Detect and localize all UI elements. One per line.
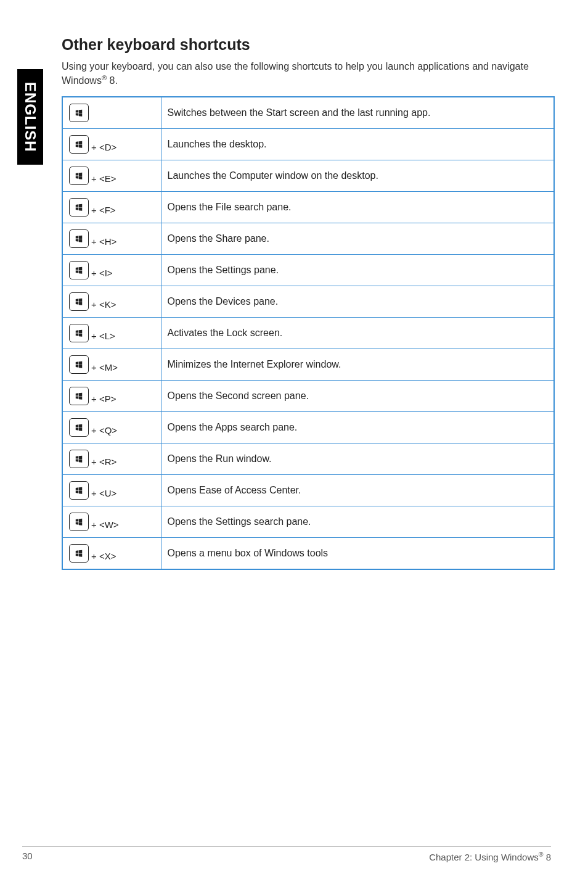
windows-icon <box>75 329 83 337</box>
table-row: Switches between the Start screen and th… <box>62 97 554 129</box>
key-combo-text: + <H> <box>91 236 116 248</box>
windows-key <box>69 544 89 563</box>
windows-icon <box>75 423 83 432</box>
shortcut-description: Opens the File search pane. <box>161 191 554 223</box>
shortcut-description: Opens the Apps search pane. <box>161 411 554 443</box>
key-combo-text: + <L> <box>91 331 115 342</box>
windows-icon <box>75 360 83 369</box>
windows-icon <box>75 518 83 526</box>
shortcut-description: Launches the desktop. <box>161 128 554 160</box>
table-row: + <U>Opens Ease of Access Center. <box>62 474 554 506</box>
windows-icon <box>75 234 83 243</box>
key-combo-text: + <D> <box>91 142 116 154</box>
windows-key <box>69 104 89 122</box>
windows-icon <box>75 266 83 274</box>
windows-key <box>69 513 89 531</box>
windows-icon <box>75 392 83 400</box>
key-combo-text: + <X> <box>91 551 116 563</box>
table-row: + <K>Opens the Devices pane. <box>62 286 554 317</box>
intro-text: Using your keyboard, you can also use th… <box>62 60 555 88</box>
key-combo-text: + <U> <box>91 488 116 500</box>
shortcut-key-cell: + <U> <box>62 474 161 506</box>
shortcut-description: Opens Ease of Access Center. <box>161 474 554 506</box>
windows-icon <box>75 455 83 463</box>
language-tab: ENGLISH <box>17 69 43 165</box>
windows-icon <box>75 140 83 149</box>
table-row: + <D>Launches the desktop. <box>62 128 554 160</box>
shortcut-description: Opens the Settings search pane. <box>161 506 554 537</box>
shortcut-key-cell: + <Q> <box>62 411 161 443</box>
intro-text-a: Using your keyboard, you can also use th… <box>62 61 529 86</box>
content-area: Other keyboard shortcuts Using your keyb… <box>62 36 555 570</box>
reg-mark: ® <box>102 74 107 81</box>
key-combo-text: + <I> <box>91 268 113 279</box>
windows-key <box>69 355 89 374</box>
table-row: + <E>Launches the Computer window on the… <box>62 160 554 191</box>
table-row: + <X>Opens a menu box of Windows tools <box>62 537 554 569</box>
table-row: + <Q>Opens the Apps search pane. <box>62 411 554 443</box>
shortcut-description: Opens the Settings pane. <box>161 254 554 286</box>
windows-icon <box>75 171 83 180</box>
chapter-label-a: Chapter 2: Using Windows <box>429 852 539 862</box>
shortcut-key-cell: + <R> <box>62 443 161 474</box>
shortcut-description: Opens the Run window. <box>161 443 554 474</box>
table-row: + <M>Minimizes the Internet Explorer win… <box>62 349 554 380</box>
intro-text-b: 8. <box>107 75 118 86</box>
windows-key <box>69 292 89 311</box>
shortcut-key-cell: + <P> <box>62 380 161 411</box>
table-row: + <W>Opens the Settings search pane. <box>62 506 554 537</box>
windows-key <box>69 135 89 154</box>
page-number: 30 <box>22 851 33 862</box>
shortcut-key-cell: + <D> <box>62 128 161 160</box>
shortcut-description: Activates the Lock screen. <box>161 317 554 349</box>
key-combo-text: + <K> <box>91 299 116 311</box>
shortcut-key-cell: + <L> <box>62 317 161 349</box>
windows-icon <box>75 549 83 558</box>
shortcut-key-cell: + <E> <box>62 160 161 191</box>
shortcut-key-cell <box>62 97 161 129</box>
shortcut-description: Opens the Share pane. <box>161 223 554 254</box>
page-title: Other keyboard shortcuts <box>62 36 555 54</box>
table-row: + <L>Activates the Lock screen. <box>62 317 554 349</box>
shortcut-description: Switches between the Start screen and th… <box>161 97 554 129</box>
key-combo-text: + <M> <box>91 362 118 374</box>
chapter-label-b: 8 <box>543 852 551 862</box>
windows-key <box>69 261 89 279</box>
shortcut-description: Minimizes the Internet Explorer window. <box>161 349 554 380</box>
shortcut-key-cell: + <F> <box>62 191 161 223</box>
windows-key <box>69 324 89 342</box>
shortcut-key-cell: + <H> <box>62 223 161 254</box>
key-combo-text: + <Q> <box>91 425 117 437</box>
shortcut-key-cell: + <W> <box>62 506 161 537</box>
windows-icon <box>75 203 83 212</box>
windows-key <box>69 481 89 500</box>
key-combo-text: + <R> <box>91 456 116 468</box>
table-row: + <H>Opens the Share pane. <box>62 223 554 254</box>
key-combo-text: + <F> <box>91 205 116 217</box>
chapter-label: Chapter 2: Using Windows® 8 <box>429 851 551 862</box>
shortcut-key-cell: + <K> <box>62 286 161 317</box>
windows-key <box>69 198 89 217</box>
windows-key <box>69 418 89 437</box>
key-combo-text: + <W> <box>91 519 119 531</box>
windows-key <box>69 167 89 185</box>
windows-key <box>69 229 89 248</box>
shortcut-key-cell: + <I> <box>62 254 161 286</box>
table-row: + <I>Opens the Settings pane. <box>62 254 554 286</box>
table-row: + <P>Opens the Second screen pane. <box>62 380 554 411</box>
key-combo-text: + <P> <box>91 394 116 405</box>
shortcut-description: Opens the Second screen pane. <box>161 380 554 411</box>
windows-icon <box>75 486 83 495</box>
windows-icon <box>75 109 83 117</box>
shortcut-key-cell: + <M> <box>62 349 161 380</box>
shortcuts-table: Switches between the Start screen and th… <box>62 96 555 570</box>
shortcut-key-cell: + <X> <box>62 537 161 569</box>
windows-icon <box>75 297 83 306</box>
windows-key <box>69 450 89 468</box>
shortcut-description: Opens a menu box of Windows tools <box>161 537 554 569</box>
table-row: + <F>Opens the File search pane. <box>62 191 554 223</box>
shortcut-description: Launches the Computer window on the desk… <box>161 160 554 191</box>
key-combo-text: + <E> <box>91 173 116 185</box>
language-tab-label: ENGLISH <box>22 82 39 152</box>
table-row: + <R>Opens the Run window. <box>62 443 554 474</box>
